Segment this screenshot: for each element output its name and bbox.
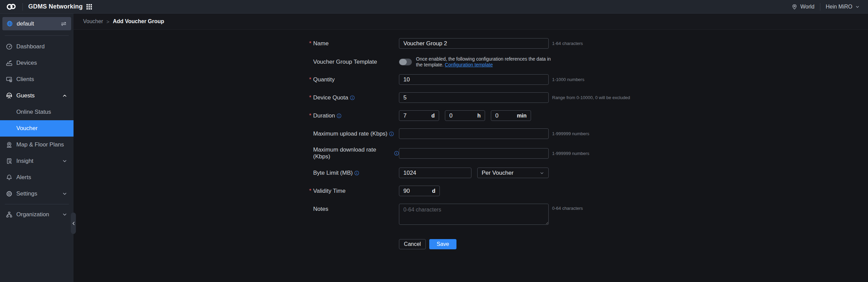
- chevron-up-icon: [62, 93, 67, 98]
- sidebar-item-voucher[interactable]: Voucher: [0, 120, 74, 137]
- sidebar-item-online-status[interactable]: Online Status: [0, 104, 74, 120]
- duration-days-input[interactable]: [399, 112, 431, 119]
- byte-limit-input[interactable]: [399, 168, 471, 178]
- sidebar-item-label: Online Status: [16, 109, 51, 115]
- info-icon[interactable]: [354, 171, 359, 175]
- max-download-rate-label: Maximum download rate (Kbps): [309, 146, 399, 160]
- bell-icon: [6, 174, 13, 181]
- sidebar-item-label: Map & Floor Plans: [16, 141, 67, 148]
- breadcrumb: Voucher > Add Voucher Group: [74, 14, 868, 30]
- breadcrumb-parent[interactable]: Voucher: [83, 18, 103, 25]
- gauge-icon: [6, 43, 13, 50]
- info-icon[interactable]: [350, 95, 355, 100]
- info-icon[interactable]: [394, 151, 399, 156]
- breadcrumb-separator-icon: >: [107, 19, 110, 25]
- max-download-rate-input[interactable]: [399, 148, 549, 159]
- notes-label: Notes: [309, 204, 399, 213]
- region-selector[interactable]: World: [791, 4, 815, 10]
- duration-label: * Duration: [309, 112, 399, 119]
- duration-hours-box: h: [445, 110, 485, 121]
- topbar: GDMS Networking World Hein MiRO: [0, 0, 868, 14]
- network-name: default: [17, 20, 60, 27]
- duration-minutes-box: min: [491, 110, 531, 121]
- byte-limit-scope-select[interactable]: Per Voucher: [477, 168, 549, 178]
- add-voucher-group-form: * Name 1-64 characters Voucher Group Tem…: [309, 38, 786, 249]
- duration-hours-input[interactable]: [445, 112, 477, 119]
- user-menu[interactable]: Hein MiRO: [826, 4, 860, 10]
- configuration-template-link[interactable]: Configuration template: [445, 62, 493, 67]
- page-title: Add Voucher Group: [113, 18, 164, 25]
- validity-time-input[interactable]: [399, 188, 432, 194]
- form-row-notes: Notes 0-64 characters: [309, 204, 786, 225]
- sidebar-divider: [5, 204, 69, 204]
- sidebar-item-label: Insight: [16, 158, 62, 164]
- max-download-rate-hint: 1-999999 numbers: [552, 151, 589, 156]
- sidebar-item-label: Dashboard: [16, 43, 67, 50]
- sidebar-item-devices[interactable]: Devices: [0, 55, 74, 71]
- device-quota-input[interactable]: [399, 92, 549, 103]
- byte-limit-label: Byte Limit (MB): [309, 170, 399, 176]
- form-row-validity-time: * Validity Time d: [309, 186, 786, 196]
- duration-minutes-input[interactable]: [491, 112, 517, 119]
- sidebar-item-settings[interactable]: Settings: [0, 186, 74, 202]
- sidebar-collapse-handle[interactable]: [71, 213, 76, 234]
- form-row-quantity: * Quantity 1-1000 numbers: [309, 74, 786, 85]
- form-row-device-quota: * Device Quota Range from 0-10000, 0 wil…: [309, 92, 786, 103]
- byte-limit-scope-value: Per Voucher: [482, 170, 514, 176]
- max-upload-rate-input[interactable]: [399, 128, 549, 139]
- sidebar-item-alerts[interactable]: Alerts: [0, 169, 74, 186]
- apps-grid-icon[interactable]: [86, 4, 92, 10]
- swap-arrows-icon[interactable]: [60, 21, 67, 26]
- form-row-name: * Name 1-64 characters: [309, 38, 786, 49]
- chevron-left-icon: [72, 221, 75, 225]
- quantity-hint: 1-1000 numbers: [552, 77, 584, 82]
- form-row-duration: * Duration d h min: [309, 110, 786, 121]
- sidebar-item-label: Clients: [16, 76, 67, 83]
- globe-icon: [6, 20, 13, 27]
- info-icon[interactable]: [389, 131, 394, 136]
- required-marker: *: [309, 40, 313, 47]
- notes-hint: 0-64 characters: [552, 204, 583, 211]
- save-button[interactable]: Save: [429, 239, 456, 249]
- device-quota-hint: Range from 0-10000, 0 will be excluded: [552, 95, 630, 100]
- quantity-label: * Quantity: [309, 76, 399, 83]
- name-input[interactable]: [399, 38, 549, 49]
- form-actions: Cancel Save: [309, 239, 786, 249]
- monitor-phone-icon: [6, 76, 13, 83]
- sidebar-item-label: Guests: [16, 92, 62, 99]
- voucher-group-template-description: Once enabled, the following configuratio…: [416, 56, 553, 68]
- max-upload-rate-label: Maximum upload rate (Kbps): [309, 130, 399, 137]
- name-hint: 1-64 characters: [552, 41, 583, 46]
- access-point-icon: [6, 60, 13, 66]
- network-selector[interactable]: default: [2, 17, 71, 30]
- sidebar-item-label: Organization: [16, 211, 62, 218]
- notes-textarea[interactable]: [399, 204, 549, 225]
- voucher-group-template-toggle[interactable]: [399, 59, 412, 65]
- gear-icon: [6, 190, 13, 197]
- map-pin-icon: [6, 141, 13, 148]
- duration-hours-unit: h: [477, 113, 485, 119]
- sidebar-item-map-floor-plans[interactable]: Map & Floor Plans: [0, 137, 74, 153]
- sidebar-item-organization[interactable]: Organization: [0, 206, 74, 223]
- sidebar-item-guests[interactable]: Guests: [0, 88, 74, 104]
- max-upload-rate-hint: 1-999999 numbers: [552, 131, 589, 136]
- sidebar-item-dashboard[interactable]: Dashboard: [0, 38, 74, 55]
- sidebar-item-clients[interactable]: Clients: [0, 71, 74, 88]
- quantity-input[interactable]: [399, 74, 549, 85]
- sidebar-item-label: Voucher: [16, 125, 37, 132]
- document-magnifier-icon: [6, 158, 13, 164]
- sidebar-item-label: Settings: [16, 190, 62, 197]
- cancel-button[interactable]: Cancel: [399, 239, 426, 249]
- main-content: Voucher > Add Voucher Group * Name 1-64 …: [74, 14, 868, 282]
- app-title: GDMS Networking: [28, 3, 83, 10]
- sidebar-divider: [5, 35, 69, 36]
- chevron-down-icon: [855, 4, 860, 9]
- info-icon[interactable]: [337, 113, 341, 118]
- topbar-divider: [820, 3, 820, 11]
- sidebar-item-label: Alerts: [16, 174, 67, 181]
- name-label: * Name: [309, 40, 399, 47]
- required-marker: *: [309, 94, 313, 101]
- chevron-down-icon: [62, 212, 67, 217]
- chevron-down-icon: [62, 158, 67, 164]
- sidebar-item-insight[interactable]: Insight: [0, 153, 74, 169]
